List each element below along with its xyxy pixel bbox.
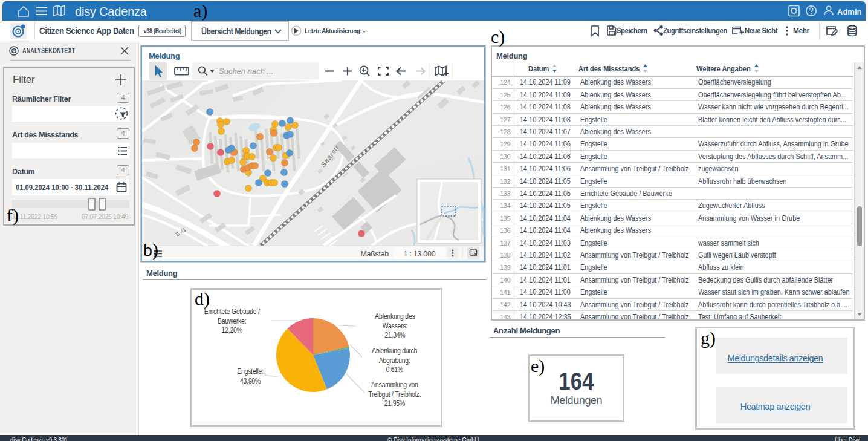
svg-text:1 : 13.000: 1 : 13.000: [404, 250, 436, 258]
svg-text:Suchen nach ...: Suchen nach ...: [219, 67, 273, 76]
svg-text:Maßstab: Maßstab: [360, 250, 389, 258]
